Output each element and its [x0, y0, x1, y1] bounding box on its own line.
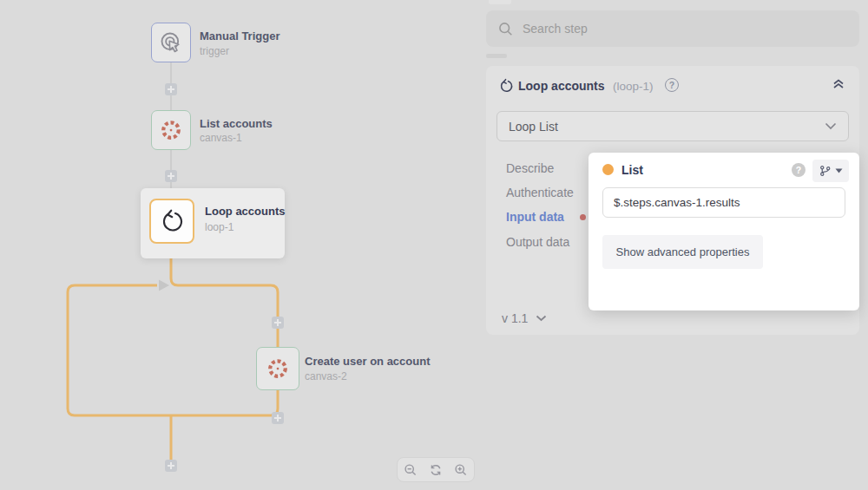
tab-output-data[interactable]: Output data: [506, 235, 569, 249]
node-subtitle: canvas-2: [305, 370, 347, 382]
node-title: List accounts: [200, 117, 273, 130]
loop-return-arrow-icon: [159, 280, 169, 291]
node-create-user[interactable]: [256, 347, 299, 390]
search-step-input[interactable]: [523, 22, 847, 36]
node-title: Manual Trigger: [200, 29, 279, 42]
node-subtitle: loop-1: [205, 221, 233, 233]
show-advanced-properties-button[interactable]: Show advanced properties: [602, 235, 763, 269]
version-label: v 1.1: [502, 311, 528, 325]
workflow-builder: Manual Trigger trigger List accounts can…: [0, 0, 868, 490]
reset-zoom-button[interactable]: [426, 461, 445, 480]
chevron-down-icon: [825, 122, 837, 130]
version-selector[interactable]: v 1.1: [502, 311, 547, 325]
tab-label: Authenticate: [506, 186, 574, 199]
node-list-accounts[interactable]: [151, 110, 191, 150]
branch-icon: [819, 165, 831, 177]
step-search-bar: [486, 10, 859, 47]
caret-down-icon: [835, 168, 843, 173]
tab-authenticate[interactable]: Authenticate: [506, 186, 574, 199]
node-manual-trigger[interactable]: [151, 23, 191, 62]
zoom-in-button[interactable]: [451, 461, 470, 480]
operation-select[interactable]: Loop List: [496, 111, 849, 141]
add-step-button[interactable]: [165, 170, 177, 182]
canvas-app-icon: [158, 117, 184, 143]
node-subtitle: canvas-1: [200, 132, 242, 144]
node-title: Loop accounts: [205, 205, 285, 218]
canvas-zoom-controls: [397, 457, 475, 482]
zoom-in-icon: [454, 463, 468, 477]
add-step-button[interactable]: [165, 460, 177, 472]
add-step-button[interactable]: [272, 412, 284, 424]
zoom-out-button[interactable]: [401, 461, 420, 480]
zoom-out-icon: [404, 463, 418, 477]
field-mode-button[interactable]: [812, 160, 849, 182]
refresh-icon: [429, 463, 443, 477]
collapse-panel-button[interactable]: [832, 77, 845, 94]
help-icon[interactable]: ?: [665, 78, 679, 92]
search-icon: [498, 22, 513, 36]
tab-label: Input data: [506, 210, 564, 224]
loop-icon: [498, 78, 514, 94]
node-subtitle: trigger: [200, 45, 229, 57]
panel-step-id: (loop-1): [613, 80, 654, 93]
tab-input-data[interactable]: Input data: [506, 210, 600, 224]
loop-icon: [159, 208, 185, 234]
panel-scroll-notch: [489, 0, 511, 4]
panel-scroll-strip: [486, 54, 507, 58]
add-step-button[interactable]: [165, 83, 177, 95]
field-label: List: [621, 163, 643, 177]
tab-label: Describe: [506, 161, 554, 175]
double-chevron-up-icon: [832, 77, 845, 90]
node-loop-accounts[interactable]: [149, 199, 194, 244]
canvas-app-icon: [265, 356, 291, 382]
tab-label: Output data: [506, 235, 569, 249]
manual-trigger-icon: [159, 30, 183, 55]
tab-describe[interactable]: Describe: [506, 161, 554, 175]
required-field-dot: [602, 164, 614, 175]
required-indicator-dot: [580, 214, 586, 220]
list-value-input[interactable]: [602, 187, 845, 218]
panel-step-title: Loop accounts: [518, 79, 605, 93]
field-help-icon[interactable]: ?: [792, 163, 806, 177]
chevron-down-icon: [536, 315, 547, 322]
add-step-button[interactable]: [272, 317, 284, 329]
loop-branch-path: [68, 244, 278, 415]
node-title: Create user on account: [305, 355, 431, 368]
operation-selected-value: Loop List: [509, 120, 825, 134]
input-data-popover: List ? Show advanced properties: [589, 153, 859, 310]
